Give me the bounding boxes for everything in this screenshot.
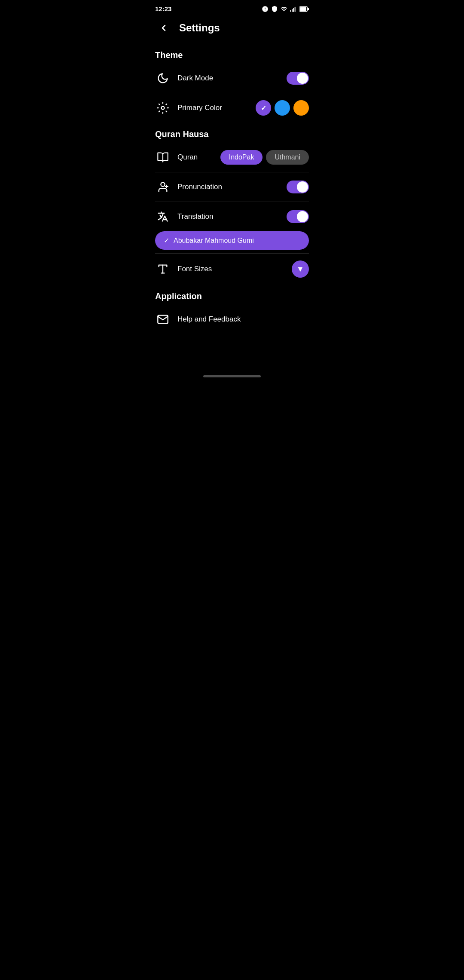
quran-style-buttons: IndoPak Uthmani xyxy=(220,150,309,165)
page-title: Settings xyxy=(179,22,220,34)
help-feedback-row[interactable]: Help and Feedback xyxy=(148,305,316,334)
notification-icon xyxy=(262,6,269,12)
translation-icon xyxy=(155,209,171,224)
dark-mode-toggle-knob xyxy=(297,73,308,84)
help-feedback-label: Help and Feedback xyxy=(177,315,309,324)
quran-row[interactable]: Quran IndoPak Uthmani xyxy=(148,143,316,172)
color-purple-check: ✓ xyxy=(261,104,266,112)
battery-icon xyxy=(299,6,309,12)
application-section-title: Application xyxy=(148,285,316,305)
shield-icon xyxy=(271,6,278,12)
pronunciation-row[interactable]: Pronunciation xyxy=(148,172,316,202)
svg-rect-6 xyxy=(308,8,309,10)
primary-color-icon xyxy=(155,100,171,116)
signal-icon xyxy=(290,6,297,12)
dark-mode-icon xyxy=(155,70,171,86)
quran-hausa-section-title: Quran Hausa xyxy=(148,122,316,143)
translation-row[interactable]: Translation xyxy=(148,202,316,231)
translation-label: Translation xyxy=(177,212,280,221)
color-purple[interactable]: ✓ xyxy=(256,100,271,116)
status-icons xyxy=(262,6,309,12)
wifi-icon xyxy=(281,6,287,12)
quran-icon xyxy=(155,150,171,165)
font-sizes-dropdown-btn[interactable]: ▼ xyxy=(292,260,309,278)
dark-mode-toggle[interactable] xyxy=(287,72,309,85)
svg-rect-3 xyxy=(295,6,296,12)
theme-section-title: Theme xyxy=(148,43,316,64)
back-arrow-icon xyxy=(159,23,169,33)
pronunciation-toggle[interactable] xyxy=(287,181,309,193)
status-bar: 12:23 xyxy=(148,0,316,16)
svg-rect-0 xyxy=(290,10,291,12)
color-options: ✓ xyxy=(256,100,309,116)
dropdown-arrow-icon: ▼ xyxy=(296,265,304,274)
translation-selector-name: Abubakar Mahmoud Gumi xyxy=(174,237,254,245)
back-button[interactable] xyxy=(155,19,172,37)
help-feedback-icon xyxy=(155,312,171,327)
font-sizes-icon xyxy=(155,261,171,277)
translation-selector[interactable]: ✓ Abubakar Mahmoud Gumi xyxy=(155,231,309,250)
pronunciation-icon xyxy=(155,179,171,195)
dark-mode-label: Dark Mode xyxy=(177,74,280,83)
font-sizes-row[interactable]: Font Sizes ▼ xyxy=(148,254,316,285)
header: Settings xyxy=(148,16,316,43)
svg-point-7 xyxy=(162,107,165,110)
dark-mode-row[interactable]: Dark Mode xyxy=(148,64,316,93)
status-time: 12:23 xyxy=(155,5,171,12)
svg-rect-2 xyxy=(293,8,294,12)
translation-selector-check: ✓ xyxy=(164,236,169,245)
font-sizes-label: Font Sizes xyxy=(177,265,285,273)
color-orange[interactable] xyxy=(293,100,309,116)
primary-color-row[interactable]: Primary Color ✓ xyxy=(148,93,316,122)
pronunciation-label: Pronunciation xyxy=(177,183,280,191)
translation-toggle[interactable] xyxy=(287,210,309,223)
color-blue[interactable] xyxy=(275,100,290,116)
indopak-btn[interactable]: IndoPak xyxy=(220,150,263,165)
uthmani-btn[interactable]: Uthmani xyxy=(266,150,309,165)
translation-toggle-knob xyxy=(297,211,308,222)
pronunciation-toggle-knob xyxy=(297,181,308,193)
home-indicator xyxy=(203,375,261,377)
quran-label: Quran xyxy=(177,153,214,162)
primary-color-label: Primary Color xyxy=(177,104,249,112)
svg-rect-5 xyxy=(300,7,306,10)
svg-rect-1 xyxy=(292,9,293,12)
svg-point-8 xyxy=(161,183,165,187)
